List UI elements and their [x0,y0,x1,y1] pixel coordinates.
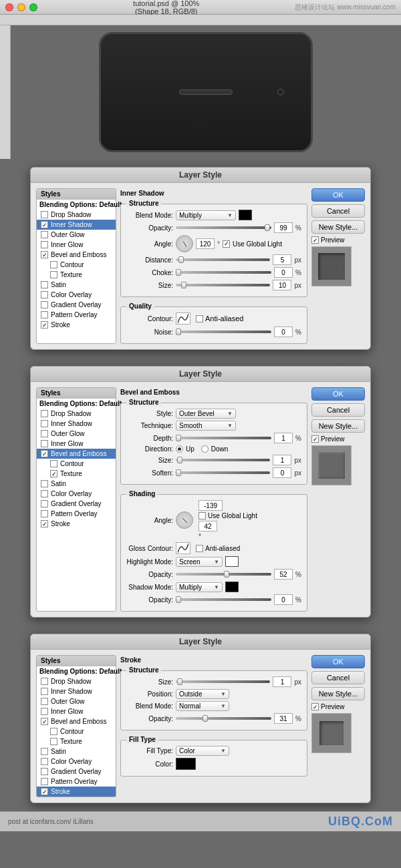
opacity-value-1[interactable] [274,222,293,233]
ok-button-1[interactable]: OK [311,188,365,202]
preview-check-1[interactable] [311,236,319,244]
fill-type-select-3[interactable]: Color▼ [176,746,229,756]
cancel-button-3[interactable]: Cancel [311,671,365,684]
blend-mode-select-3[interactable]: Normal▼ [176,701,229,711]
angle-value-1[interactable] [196,238,215,249]
soften-slider-2[interactable] [176,471,270,474]
bevel-emboss-1[interactable]: Bevel and Emboss [37,250,116,260]
distance-value-1[interactable] [273,254,291,265]
angle-circle-1[interactable] [176,235,193,252]
stroke-color-swatch-3[interactable] [176,758,196,770]
satin-3[interactable]: Satin [37,746,116,756]
texture-3[interactable]: Texture [37,736,116,746]
angle-circle-2[interactable] [176,511,193,529]
new-style-button-1[interactable]: New Style... [311,220,365,234]
opacity-slider-3[interactable] [176,717,271,720]
style-select-2[interactable]: Outer Bevel▼ [176,409,236,419]
direction-down-2[interactable] [201,445,209,453]
noise-value-1[interactable] [274,327,293,337]
size-value-1[interactable] [273,280,291,290]
color-overlay-3[interactable]: Color Overlay [37,756,116,767]
gradient-overlay-3[interactable]: Gradient Overlay [37,767,116,777]
outer-glow-3[interactable]: Outer Glow [37,696,116,706]
global-light-check-1[interactable] [223,240,230,248]
gradient-overlay-2[interactable]: Gradient Overlay [37,499,116,509]
inner-glow-2[interactable]: Inner Glow [37,439,116,449]
depth-slider-2[interactable] [176,437,271,439]
noise-slider-1[interactable] [176,331,271,333]
angle-value-2[interactable] [198,500,223,511]
cancel-button-1[interactable]: Cancel [311,204,365,218]
contour-3[interactable]: Contour [37,726,116,736]
size-slider-2[interactable] [176,459,270,461]
drop-shadow-2[interactable]: Drop Shadow [37,409,116,419]
stroke-1[interactable]: Stroke [37,320,116,330]
new-style-button-2[interactable]: New Style... [311,419,365,433]
satin-1[interactable]: Satin [37,280,116,290]
pattern-overlay-3[interactable]: Pattern Overlay [37,777,116,787]
opacity-slider-1[interactable] [176,226,271,229]
shadow-mode-select-2[interactable]: Multiply▼ [176,582,223,592]
stroke-2[interactable]: Stroke [37,519,116,529]
choke-value-1[interactable] [274,267,293,278]
preview-check-2[interactable] [311,435,319,443]
outer-glow-1[interactable]: Outer Glow [37,230,116,240]
size-value-2[interactable] [273,455,291,465]
technique-select-2[interactable]: Smooth▼ [176,421,236,431]
traffic-light-red[interactable] [5,3,13,11]
highlight-opacity-value-2[interactable] [274,569,293,580]
choke-slider-1[interactable] [176,271,271,274]
gloss-contour-preview-2[interactable] [176,542,190,554]
position-select-3[interactable]: Outside▼ [176,689,229,699]
new-style-button-3[interactable]: New Style... [311,687,365,700]
opacity-value-3[interactable] [274,713,293,724]
direction-up-2[interactable] [176,445,183,453]
shadow-opacity-value-2[interactable] [274,594,293,605]
inner-shadow-1[interactable]: Inner Shadow [37,220,116,230]
texture-1[interactable]: Texture [37,270,116,280]
pattern-overlay-1[interactable]: Pattern Overlay [37,310,116,320]
blending-options-3[interactable]: Blending Options: Default [37,666,116,676]
highlight-mode-select-2[interactable]: Screen▼ [176,557,223,567]
depth-value-2[interactable] [274,433,293,443]
contour-2[interactable]: Contour [37,459,116,469]
size-value-3[interactable] [273,676,291,687]
inner-shadow-2[interactable]: Inner Shadow [37,419,116,429]
satin-2[interactable]: Satin [37,479,116,489]
traffic-light-green[interactable] [29,3,37,11]
bevel-emboss-2[interactable]: Bevel and Emboss [37,449,116,459]
altitude-value-2[interactable] [198,521,217,531]
inner-glow-1[interactable]: Inner Glow [37,240,116,250]
traffic-light-yellow[interactable] [17,3,25,11]
gradient-overlay-1[interactable]: Gradient Overlay [37,300,116,310]
shadow-swatch-2[interactable] [225,582,239,592]
blending-options-2[interactable]: Blending Options: Default [37,399,116,409]
size-slider-3[interactable] [176,680,270,683]
color-overlay-1[interactable]: Color Overlay [37,290,116,300]
shadow-opacity-slider-2[interactable] [176,598,271,601]
soften-value-2[interactable] [273,467,291,478]
outer-glow-2[interactable]: Outer Glow [37,429,116,439]
blending-options-1[interactable]: Blending Options: Default [37,200,116,210]
bevel-emboss-3[interactable]: Bevel and Emboss [37,716,116,726]
size-slider-1[interactable] [176,284,270,286]
color-overlay-2[interactable]: Color Overlay [37,489,116,499]
anti-alias-check-2[interactable] [196,545,203,552]
drop-shadow-3[interactable]: Drop Shadow [37,676,116,686]
stroke-3[interactable]: Stroke [37,787,116,797]
inner-shadow-3[interactable]: Inner Shadow [37,686,116,696]
anti-alias-check-1[interactable] [196,315,203,322]
blend-color-swatch-1[interactable] [239,210,252,220]
highlight-opacity-slider-2[interactable] [176,573,271,576]
inner-glow-3[interactable]: Inner Glow [37,706,116,716]
contour-1[interactable]: Contour [37,260,116,270]
texture-2[interactable]: Texture [37,469,116,479]
ok-button-3[interactable]: OK [311,655,365,668]
ok-button-2[interactable]: OK [311,387,365,401]
distance-slider-1[interactable] [176,258,270,261]
global-light-check-2[interactable] [198,512,206,519]
pattern-overlay-2[interactable]: Pattern Overlay [37,509,116,519]
cancel-button-2[interactable]: Cancel [311,403,365,417]
highlight-swatch-2[interactable] [225,556,239,567]
preview-check-3[interactable] [311,703,319,710]
